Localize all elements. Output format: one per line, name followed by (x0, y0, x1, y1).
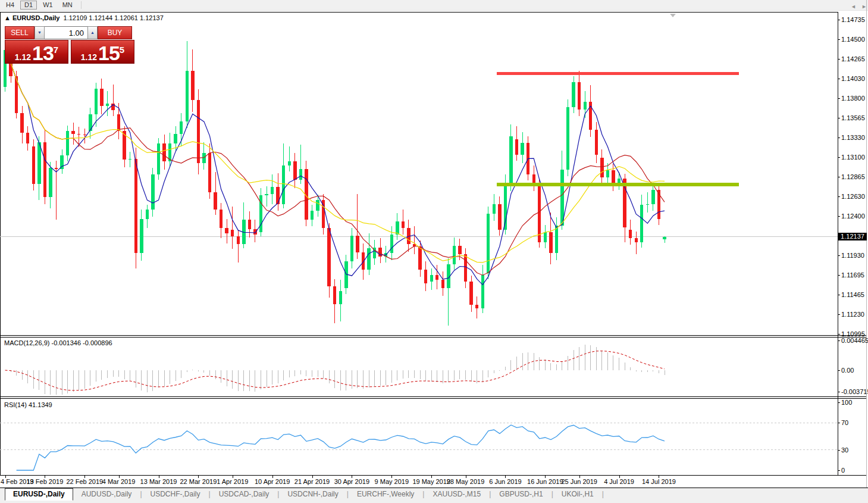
tab-usdcnh-daily[interactable]: USDCNH-,Daily (279, 488, 346, 500)
price-axis-label: 1.12400 (841, 213, 865, 220)
tab-usdchf-daily[interactable]: USDCHF-,Daily (142, 488, 209, 500)
price-axis-label: 1.13565 (841, 114, 865, 121)
price-axis-tick (838, 20, 840, 20)
macd-indicator-label: MACD(12,26,9) -0.001346 -0.000896 (4, 339, 112, 346)
price-axis-tick (838, 177, 840, 177)
buy-price-base: 1.12 (81, 53, 97, 61)
price-axis-tick (838, 275, 840, 276)
tab-scroll-right-icon[interactable]: ► (861, 4, 867, 10)
volume-increase-button[interactable]: ▲ (87, 26, 98, 39)
price-axis-tick (838, 79, 840, 79)
indicator-axis-label: -0.003715 (841, 388, 868, 395)
tab-xauusd-m15[interactable]: XAUUSD-,M15 (424, 488, 489, 500)
price-axis-label: 1.13100 (841, 154, 865, 161)
price-axis-label: 1.13330 (841, 134, 865, 141)
date-axis-label: 14 Jul 2019 (634, 478, 684, 485)
price-axis-separator (838, 12, 838, 476)
rsi-panel-canvas[interactable] (0, 399, 838, 475)
price-axis-label: 1.13800 (841, 95, 865, 102)
macd-panel-canvas[interactable] (0, 338, 838, 396)
tab-audusd-daily[interactable]: AUDUSD-,Daily (73, 488, 140, 500)
indicator-axis-tick (838, 470, 840, 471)
buy-price-big: 15 (98, 45, 120, 61)
indicator-axis-tick (838, 423, 840, 423)
indicator-axis-label: 70 (841, 419, 848, 426)
panel-separator (0, 335, 866, 336)
price-axis-tick (838, 196, 840, 197)
sell-price-base: 1.12 (15, 53, 31, 61)
price-axis-label: 1.11230 (841, 311, 864, 318)
indicator-axis-label: 30 (841, 446, 848, 454)
price-axis-label: 1.12630 (841, 193, 865, 200)
indicator-axis-tick (838, 392, 840, 392)
indicator-axis-tick (838, 370, 840, 371)
timeframe-button-h4[interactable]: H4 (2, 1, 18, 10)
tab-gbpusd-h1[interactable]: GBPUSD-,H1 (491, 488, 551, 500)
terminal-window: H4D1W1MN ▲ EURUSD-,Daily 1.12109 1.12144… (0, 0, 868, 503)
volume-input[interactable] (45, 26, 87, 39)
price-axis-tick (838, 157, 840, 158)
price-axis-label: 1.11465 (841, 291, 864, 298)
chart-ohlc-values: 1.12109 1.12144 1.12061 1.12137 (64, 14, 164, 21)
sell-price-tile[interactable]: 1.12 13 7 (5, 40, 68, 64)
sell-button[interactable]: SELL (5, 26, 35, 39)
price-axis-tick (838, 118, 840, 118)
price-axis-label: 1.11695 (841, 271, 864, 279)
rsi-indicator-label: RSI(14) 41.1349 (4, 401, 52, 408)
indicator-axis-tick (838, 450, 840, 451)
one-click-trade-panel: SELL ▼ ▲ BUY 1.12 13 7 1.12 15 5 (5, 26, 134, 64)
tab-separator: | (602, 488, 604, 498)
price-axis-label: 1.11930 (841, 252, 864, 259)
price-axis-tick (838, 39, 840, 40)
tab-eurchf-weekly[interactable]: EURCHF-,Weekly (349, 488, 422, 500)
volume-decrease-button[interactable]: ▼ (35, 26, 45, 39)
panel-separator (0, 396, 866, 397)
toolbar-separator (81, 1, 82, 9)
tab-scroll-left-icon[interactable]: ◄ (851, 4, 856, 10)
price-axis-tick (838, 59, 840, 60)
price-axis-tick (838, 138, 840, 138)
indicator-axis-tick (838, 402, 840, 403)
price-axis-tick (838, 255, 840, 256)
indicator-axis-tick (838, 340, 840, 341)
price-axis-label: 1.14030 (841, 75, 865, 82)
timeframe-toolbar: H4D1W1MN (0, 0, 868, 11)
sell-price-pip: 7 (54, 47, 58, 53)
price-axis-tick (838, 216, 840, 217)
timeframe-button-d1[interactable]: D1 (20, 1, 37, 10)
buy-button[interactable]: BUY (98, 26, 132, 39)
collapse-triangle-icon[interactable]: ▲ (4, 14, 11, 21)
chart-title: ▲ EURUSD-,Daily 1.12109 1.12144 1.12061 … (4, 14, 164, 21)
buy-price-tile[interactable]: 1.12 15 5 (71, 40, 134, 64)
price-axis-label: 1.12865 (841, 173, 865, 180)
indicator-axis-label: 0.00 (841, 367, 854, 374)
price-axis-label: 1.14500 (841, 36, 865, 43)
current-price-tag: 1.12137 (838, 233, 867, 240)
chart-tab-bar: EURUSD-,DailyAUDUSD-,Daily|USDCHF-,Daily… (0, 488, 868, 503)
buy-price-pip: 5 (120, 47, 124, 53)
price-axis-tick (838, 314, 840, 315)
sell-price-big: 13 (32, 45, 54, 61)
price-axis-label: 1.14735 (841, 16, 865, 23)
indicator-axis-label: 0 (841, 467, 845, 474)
chart-bottom-border (0, 475, 866, 476)
chart-shift-marker-icon[interactable] (670, 14, 676, 17)
price-axis-tick (838, 334, 840, 335)
timeframe-button-mn[interactable]: MN (59, 1, 76, 10)
tab-usdcad-daily[interactable]: USDCAD-,Daily (211, 488, 278, 500)
tab-eurusd-daily[interactable]: EURUSD-,Daily (5, 488, 73, 501)
price-axis-label: 1.14265 (841, 55, 865, 63)
indicator-axis-label: 100 (841, 399, 852, 406)
tab-ukoil-h1[interactable]: UKOil-,H1 (553, 488, 602, 500)
chart-symbol-label: EURUSD-,Daily (12, 14, 59, 21)
timeframe-button-w1[interactable]: W1 (39, 1, 57, 10)
indicator-axis-label: 0.004465 (841, 337, 868, 344)
price-axis-tick (838, 98, 840, 99)
window-right-edge (866, 0, 867, 503)
price-axis-tick (838, 295, 840, 295)
